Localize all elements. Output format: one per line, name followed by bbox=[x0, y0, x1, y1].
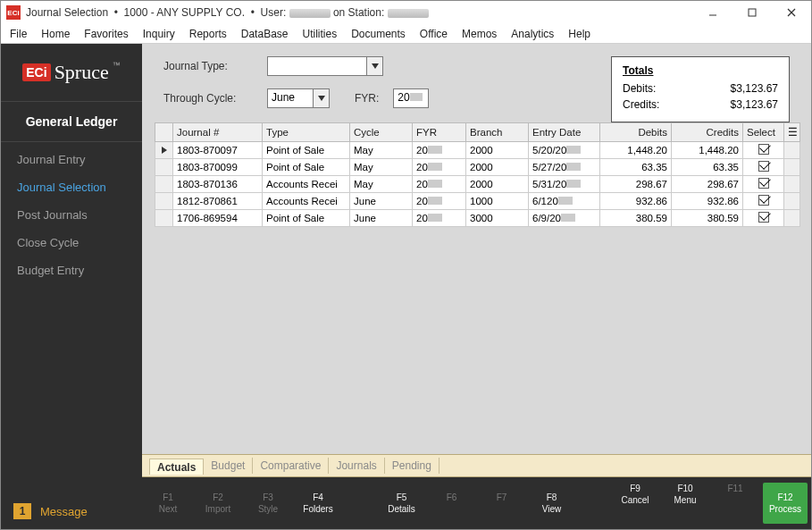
menu-file[interactable]: File bbox=[10, 28, 27, 40]
sidebar-item-journal-selection[interactable]: Journal Selection bbox=[1, 173, 142, 201]
fkey-f8[interactable]: F8View bbox=[530, 492, 574, 515]
chevron-down-icon[interactable] bbox=[313, 89, 329, 107]
fkey-f5[interactable]: F5Details bbox=[380, 492, 424, 515]
tab-comparative[interactable]: Comparative bbox=[253, 458, 329, 474]
journal-grid[interactable]: Journal #TypeCycleFYRBranchEntry DateDeb… bbox=[155, 122, 800, 227]
select-checkbox[interactable] bbox=[743, 193, 784, 210]
brand-tm: ™ bbox=[113, 61, 121, 70]
row-header-blank bbox=[155, 123, 173, 142]
fkey-f7: F7 bbox=[480, 492, 524, 515]
select-checkbox[interactable] bbox=[743, 176, 784, 193]
fkey-f12[interactable]: F12Process bbox=[763, 483, 808, 524]
select-checkbox[interactable] bbox=[743, 159, 784, 176]
sidebar-nav: Journal EntryJournal SelectionPost Journ… bbox=[1, 142, 142, 288]
fkey-f11: F11 bbox=[713, 483, 758, 524]
menubar: FileHomeFavoritesInquiryReportsDataBaseU… bbox=[1, 24, 811, 44]
sidebar-item-journal-entry[interactable]: Journal Entry bbox=[1, 146, 142, 173]
menu-home[interactable]: Home bbox=[41, 28, 70, 40]
menu-office[interactable]: Office bbox=[420, 28, 448, 40]
col-type[interactable]: Type bbox=[263, 123, 350, 142]
sidebar-item-close-cycle[interactable]: Close Cycle bbox=[1, 229, 142, 257]
cell: Point of Sale bbox=[263, 142, 350, 159]
maximize-button[interactable] bbox=[732, 1, 772, 24]
col-debits[interactable]: Debits bbox=[600, 123, 672, 142]
menu-favorites[interactable]: Favorites bbox=[84, 28, 128, 40]
col-journal-[interactable]: Journal # bbox=[173, 123, 263, 142]
menu-inquiry[interactable]: Inquiry bbox=[143, 28, 175, 40]
table-row[interactable]: 1812-870861Accounts ReceiJune2010006/120… bbox=[155, 193, 800, 210]
fyr-input[interactable]: 20 bbox=[393, 88, 429, 108]
cell: 20 bbox=[413, 159, 466, 176]
journal-type-value bbox=[268, 57, 366, 75]
title-company: 1000 - ANY SUPPLY CO. bbox=[124, 6, 245, 19]
col-branch[interactable]: Branch bbox=[466, 123, 529, 142]
cell: 298.67 bbox=[600, 176, 672, 193]
menu-utilities[interactable]: Utilities bbox=[302, 28, 337, 40]
menu-help[interactable]: Help bbox=[568, 28, 590, 40]
menu-reports[interactable]: Reports bbox=[189, 28, 227, 40]
cell: 63.35 bbox=[672, 159, 743, 176]
fkey-f4[interactable]: F4Folders bbox=[296, 492, 340, 515]
table-row[interactable]: 1803-870136Accounts ReceiMay2020005/31/2… bbox=[155, 176, 800, 193]
through-cycle-combo[interactable]: June bbox=[267, 88, 330, 108]
brand: ECi Spruce ™ bbox=[1, 44, 142, 101]
menu-database[interactable]: DataBase bbox=[241, 28, 289, 40]
col-fyr[interactable]: FYR bbox=[413, 123, 466, 142]
select-checkbox[interactable] bbox=[743, 210, 784, 227]
app-logo-icon: ECi bbox=[6, 5, 21, 20]
title-section: Journal Selection bbox=[26, 6, 108, 19]
cell: May bbox=[350, 142, 413, 159]
totals-box: Totals Debits: $3,123.67 Credits: $3,123… bbox=[611, 56, 790, 122]
fkey-f1: F1Next bbox=[146, 492, 190, 515]
svg-marker-5 bbox=[318, 96, 325, 101]
col-credits[interactable]: Credits bbox=[672, 123, 743, 142]
titlebar: ECi Journal Selection • 1000 - ANY SUPPL… bbox=[1, 1, 811, 24]
cell: 3000 bbox=[466, 210, 529, 227]
fkey-f10[interactable]: F10Menu bbox=[663, 483, 707, 524]
sidebar-item-post-journals[interactable]: Post Journals bbox=[1, 201, 142, 229]
svg-rect-1 bbox=[749, 9, 756, 16]
row-trailing bbox=[784, 176, 800, 193]
sidebar-item-budget-entry[interactable]: Budget Entry bbox=[1, 257, 142, 284]
cell: 1,448.20 bbox=[672, 142, 743, 159]
select-checkbox[interactable] bbox=[743, 142, 784, 159]
close-button[interactable] bbox=[772, 1, 811, 24]
cell: June bbox=[350, 210, 413, 227]
totals-credits-label: Credits: bbox=[623, 98, 659, 111]
row-trailing bbox=[784, 159, 800, 176]
col-entry-date[interactable]: Entry Date bbox=[529, 123, 600, 142]
sidebar-message[interactable]: 1 Message bbox=[1, 493, 142, 529]
cell: 6/120 bbox=[529, 193, 600, 210]
totals-credits-value: $3,123.67 bbox=[731, 98, 778, 111]
totals-heading: Totals bbox=[623, 64, 778, 77]
cell: Point of Sale bbox=[263, 159, 350, 176]
col-cycle[interactable]: Cycle bbox=[350, 123, 413, 142]
cell: 380.59 bbox=[600, 210, 672, 227]
function-key-bar: F1NextF2ImportF3StyleF4Folders F5Details… bbox=[142, 477, 811, 529]
tab-pending[interactable]: Pending bbox=[385, 458, 439, 474]
message-label: Message bbox=[40, 505, 88, 518]
menu-memos[interactable]: Memos bbox=[462, 28, 497, 40]
through-cycle-value: June bbox=[268, 89, 313, 107]
cell: 5/20/20 bbox=[529, 142, 600, 159]
cell: 1812-870861 bbox=[173, 193, 263, 210]
tab-budget[interactable]: Budget bbox=[204, 458, 253, 474]
journal-type-combo[interactable] bbox=[267, 56, 383, 76]
tab-journals[interactable]: Journals bbox=[329, 458, 384, 474]
table-row[interactable]: 1803-870099Point of SaleMay2020005/27/20… bbox=[155, 159, 800, 176]
fkey-f9[interactable]: F9Cancel bbox=[613, 483, 657, 524]
cell: 1803-870097 bbox=[173, 142, 263, 159]
title-user-label: User: bbox=[261, 6, 287, 19]
table-row[interactable]: 1706-869594Point of SaleJune2030006/9/20… bbox=[155, 210, 800, 227]
col-select[interactable]: Select bbox=[743, 123, 784, 142]
cell: 5/31/20 bbox=[529, 176, 600, 193]
chevron-down-icon[interactable] bbox=[366, 57, 382, 75]
menu-analytics[interactable]: Analytics bbox=[511, 28, 554, 40]
table-row[interactable]: 1803-870097Point of SaleMay2020005/20/20… bbox=[155, 142, 800, 159]
cell: 20 bbox=[413, 193, 466, 210]
minimize-button[interactable] bbox=[693, 1, 732, 24]
brand-eci: ECi bbox=[22, 63, 50, 81]
grid-menu-icon[interactable]: ☰ bbox=[784, 123, 800, 142]
tab-actuals[interactable]: Actuals bbox=[149, 458, 204, 475]
menu-documents[interactable]: Documents bbox=[351, 28, 406, 40]
